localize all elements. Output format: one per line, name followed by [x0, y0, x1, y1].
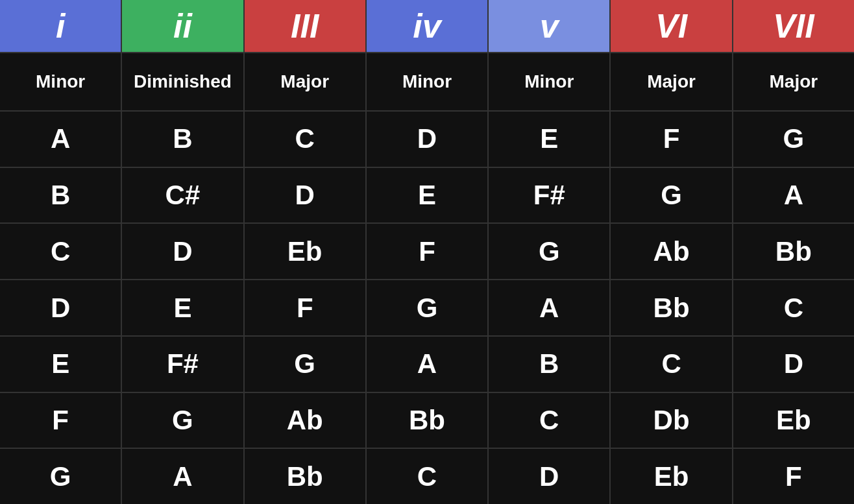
table-cell: Eb [611, 449, 733, 504]
header-col-i: i [0, 0, 122, 52]
table-cell: C [245, 112, 367, 167]
quality-row: MinorDiminishedMajorMinorMinorMajorMajor [0, 52, 854, 110]
table-cell: Bb [367, 393, 489, 448]
table-row: FGAbBbCDbEb [0, 392, 854, 448]
table-cell: C [0, 224, 122, 279]
quality-col-3: Minor [367, 53, 489, 110]
table-cell: Eb [245, 224, 367, 279]
table-cell: E [122, 280, 244, 335]
table-cell: D [367, 112, 489, 167]
header-col-vii: VII [733, 0, 854, 52]
table-cell: B [122, 112, 244, 167]
header-col-ii: ii [122, 0, 244, 52]
table-cell: C# [122, 168, 244, 223]
table-cell: F [245, 280, 367, 335]
chord-table: iiiIIIivvVIVII MinorDiminishedMajorMinor… [0, 0, 854, 504]
table-cell: E [0, 337, 122, 392]
table-cell: D [489, 449, 611, 504]
table-row: BC#DEF#GA [0, 167, 854, 223]
table-cell: F# [489, 168, 611, 223]
table-cell: A [733, 168, 854, 223]
header-col-iv: iv [367, 0, 489, 52]
table-cell: D [122, 224, 244, 279]
header-col-vi: VI [611, 0, 733, 52]
table-cell: D [733, 337, 854, 392]
table-cell: Bb [611, 280, 733, 335]
table-row: ABCDEFG [0, 110, 854, 167]
table-cell: G [611, 168, 733, 223]
table-cell: Db [611, 393, 733, 448]
table-cell: G [367, 280, 489, 335]
table-row: EF#GABCD [0, 335, 854, 392]
table-cell: B [489, 337, 611, 392]
table-cell: A [367, 337, 489, 392]
table-cell: C [367, 449, 489, 504]
quality-col-5: Major [611, 53, 733, 110]
table-cell: A [489, 280, 611, 335]
quality-col-6: Major [733, 53, 854, 110]
table-row: GABbCDEbF [0, 448, 854, 504]
table-cell: B [0, 168, 122, 223]
quality-col-1: Diminished [122, 53, 244, 110]
header-col-iii: III [245, 0, 367, 52]
table-cell: Bb [733, 224, 854, 279]
quality-col-2: Major [245, 53, 367, 110]
table-cell: Ab [611, 224, 733, 279]
table-cell: C [489, 393, 611, 448]
quality-col-0: Minor [0, 53, 122, 110]
table-row: CDEbFGAbBb [0, 222, 854, 279]
table-cell: F [367, 224, 489, 279]
table-cell: D [245, 168, 367, 223]
table-cell: Ab [245, 393, 367, 448]
table-cell: G [245, 337, 367, 392]
header-col-v: v [489, 0, 611, 52]
table-cell: F [733, 449, 854, 504]
table-cell: Eb [733, 393, 854, 448]
table-cell: Bb [245, 449, 367, 504]
table-cell: F [0, 393, 122, 448]
table-cell: E [489, 112, 611, 167]
table-cell: F [611, 112, 733, 167]
table-cell: G [0, 449, 122, 504]
header-row: iiiIIIivvVIVII [0, 0, 854, 52]
table-cell: F# [122, 337, 244, 392]
table-cell: C [733, 280, 854, 335]
table-cell: E [367, 168, 489, 223]
table-cell: G [733, 112, 854, 167]
table-cell: G [489, 224, 611, 279]
table-cell: A [122, 449, 244, 504]
table-row: DEFGABbC [0, 279, 854, 335]
table-cell: A [0, 112, 122, 167]
table-cell: C [611, 337, 733, 392]
table-cell: D [0, 280, 122, 335]
table-cell: G [122, 393, 244, 448]
quality-col-4: Minor [489, 53, 611, 110]
